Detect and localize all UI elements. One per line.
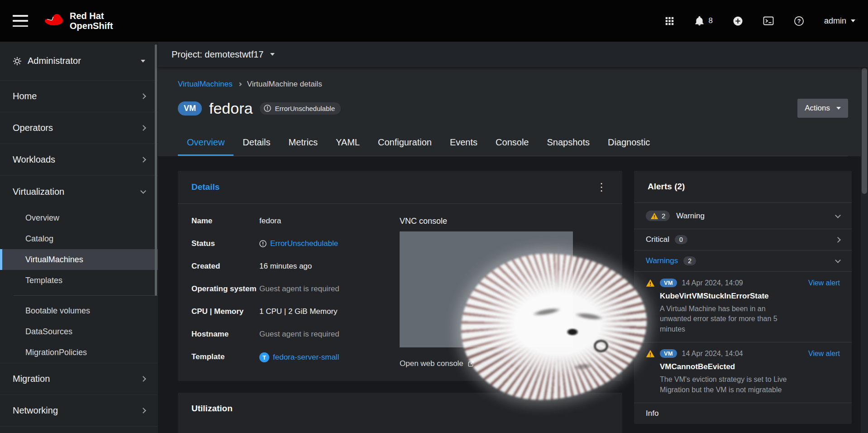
vm-status-badge[interactable]: ErrorUnschedulable xyxy=(260,102,341,115)
alerts-summary-row[interactable]: 2 Warning xyxy=(634,203,852,229)
chevron-right-icon xyxy=(140,376,146,382)
vm-kind-badge: VM xyxy=(660,279,677,287)
chevron-right-icon xyxy=(140,157,146,163)
warning-triangle-icon xyxy=(646,279,655,287)
main-content: Project: demotestwtf17 VirtualMachines V… xyxy=(158,42,868,433)
warnings-row[interactable]: Warnings 2 xyxy=(634,250,852,272)
view-alert-link[interactable]: View alert xyxy=(808,350,840,358)
perspective-switcher[interactable]: Administrator xyxy=(0,42,158,81)
help-icon[interactable]: ? xyxy=(794,16,804,26)
alert-title: KubeVirtVMStuckInErrorState xyxy=(660,292,840,301)
critical-count-badge: 0 xyxy=(675,235,687,244)
page-header: VirtualMachines VirtualMachine details V… xyxy=(158,67,868,156)
scrollbar-thumb[interactable] xyxy=(862,68,867,194)
sidebar-item-operators[interactable]: Operators xyxy=(0,112,158,144)
tab-bar: Overview Details Metrics YAML Configurat… xyxy=(178,130,848,156)
sidebar-item-bootable-volumes[interactable]: Bootable volumes xyxy=(0,300,158,321)
sidebar-item-migration[interactable]: Migration xyxy=(0,363,158,395)
tab-yaml[interactable]: YAML xyxy=(327,130,369,156)
gear-icon xyxy=(13,57,22,66)
exclamation-circle-icon xyxy=(264,105,271,112)
alerts-card: Alerts (2) 2 Warning xyxy=(634,171,852,424)
sidebar-scrollbar[interactable] xyxy=(155,44,157,296)
bell-icon xyxy=(694,16,705,26)
sidebar-item-virtualization[interactable]: Virtualization xyxy=(0,176,158,207)
sidebar-item-catalog[interactable]: Catalog xyxy=(0,228,158,249)
masthead: Red Hat OpenShift 8 ? admin xyxy=(0,0,868,42)
tab-snapshots[interactable]: Snapshots xyxy=(538,130,599,156)
sidebar-item-templates[interactable]: Templates xyxy=(0,270,158,291)
virtualization-subnav: Overview Catalog VirtualMachines Templat… xyxy=(0,207,158,363)
tab-configuration[interactable]: Configuration xyxy=(369,130,441,156)
cli-terminal-icon[interactable] xyxy=(763,15,774,26)
app-launcher-icon[interactable] xyxy=(665,16,674,26)
info-row[interactable]: Info xyxy=(634,403,852,424)
chevron-down-icon xyxy=(835,212,841,218)
sidebar-item-virt-overview[interactable]: Overview xyxy=(0,207,158,228)
tab-details[interactable]: Details xyxy=(234,130,279,156)
breadcrumb-virtualmachines[interactable]: VirtualMachines xyxy=(178,80,233,89)
field-operating-system: Operating system Guest agent is required xyxy=(191,284,400,293)
sidebar-divider xyxy=(14,295,158,296)
actions-button[interactable]: Actions xyxy=(797,99,848,118)
chevron-right-icon xyxy=(140,93,146,99)
user-name: admin xyxy=(824,16,846,26)
sidebar-item-workloads[interactable]: Workloads xyxy=(0,144,158,176)
details-card-title[interactable]: Details xyxy=(191,182,219,192)
tab-overview[interactable]: Overview xyxy=(178,130,234,156)
sidebar-item-home[interactable]: Home xyxy=(0,81,158,112)
sidebar-item-datasources[interactable]: DataSources xyxy=(0,321,158,342)
utilization-card: Utilization xyxy=(178,393,622,433)
view-alert-link[interactable]: View alert xyxy=(808,279,840,287)
critical-row[interactable]: Critical 0 xyxy=(634,229,852,250)
caret-down-icon xyxy=(851,19,855,22)
sidebar-item-networking[interactable]: Networking xyxy=(0,395,158,427)
user-menu[interactable]: admin xyxy=(824,16,855,26)
vertical-scrollbar[interactable] xyxy=(861,67,868,433)
caret-down-icon xyxy=(836,107,841,110)
chevron-right-icon xyxy=(238,82,241,86)
warning-triangle-icon xyxy=(650,212,658,220)
kebab-menu-icon[interactable]: ⋮ xyxy=(594,182,609,192)
project-selector[interactable]: Project: demotestwtf17 xyxy=(158,42,868,67)
field-cpu-memory: CPU | Memory 1 CPU | 2 GiB Memory xyxy=(191,307,400,316)
exclamation-circle-icon xyxy=(259,240,267,247)
chevron-right-icon xyxy=(140,125,146,131)
project-label: Project: demotestwtf17 xyxy=(172,49,263,60)
field-name: Name fedora xyxy=(191,216,400,226)
redhat-openshift-logo: Red Hat OpenShift xyxy=(43,11,113,31)
open-web-console-link[interactable]: Open web console xyxy=(400,359,474,368)
chevron-down-icon xyxy=(835,257,841,263)
external-link-icon xyxy=(467,361,474,367)
tab-metrics[interactable]: Metrics xyxy=(280,130,327,156)
field-status: Status ErrorUnschedulable xyxy=(191,239,400,248)
template-link[interactable]: fedora-server-small xyxy=(273,353,339,362)
nav-toggle-button[interactable] xyxy=(13,15,28,27)
alert-description: A Virtual Machine has been in an unwante… xyxy=(660,304,796,334)
notifications-button[interactable]: 8 xyxy=(694,16,713,26)
tab-events[interactable]: Events xyxy=(441,130,486,156)
vm-kind-badge: VM xyxy=(660,349,677,358)
sidebar-item-migrationpolicies[interactable]: MigrationPolicies xyxy=(0,342,158,363)
alert-timestamp: 14 Apr 2024, 14:09 xyxy=(682,279,743,287)
field-created: Created 16 minutes ago xyxy=(191,262,400,271)
page-title: fedora xyxy=(209,100,253,117)
tab-console[interactable]: Console xyxy=(486,130,538,156)
notification-count: 8 xyxy=(709,16,713,25)
field-hostname: Hostname Guest agent is required xyxy=(191,330,400,339)
alert-item: VM 14 Apr 2024, 14:09 View alert KubeVir… xyxy=(634,272,852,342)
svg-text:?: ? xyxy=(797,18,801,24)
alert-item: VM 14 Apr 2024, 14:04 View alert VMCanno… xyxy=(634,342,852,403)
template-icon: T xyxy=(259,352,269,362)
quick-create-icon[interactable] xyxy=(733,16,743,26)
alert-timestamp: 14 Apr 2024, 14:04 xyxy=(682,350,743,358)
tab-diagnostic[interactable]: Diagnostic xyxy=(599,130,659,156)
status-pill-label: ErrorUnschedulable xyxy=(275,105,335,112)
sidebar-item-virtualmachines[interactable]: VirtualMachines xyxy=(0,249,158,270)
field-template: Template T fedora-server-small xyxy=(191,352,400,362)
vnc-console-label: VNC console xyxy=(400,216,609,226)
status-link[interactable]: ErrorUnschedulable xyxy=(270,239,338,248)
alert-title: VMCannotBeEvicted xyxy=(660,362,840,371)
brand-line1: Red Hat xyxy=(70,11,113,21)
chevron-right-icon xyxy=(835,237,841,243)
